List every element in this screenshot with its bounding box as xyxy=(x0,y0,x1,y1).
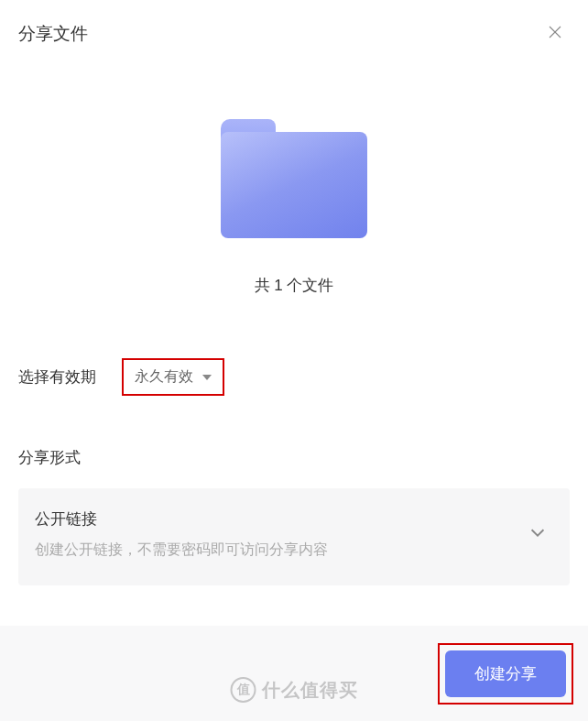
dialog-header: 分享文件 xyxy=(0,0,588,46)
share-mode-option[interactable]: 公开链接 创建公开链接，不需要密码即可访问分享内容 xyxy=(18,488,570,585)
share-mode-desc: 创建公开链接，不需要密码即可访问分享内容 xyxy=(35,541,328,560)
file-count-text: 共 1 个文件 xyxy=(255,275,334,296)
chevron-down-icon xyxy=(528,522,548,546)
file-preview: 共 1 个文件 xyxy=(0,119,588,296)
share-mode-label: 分享形式 xyxy=(18,447,588,468)
share-mode-title: 公开链接 xyxy=(35,508,328,530)
expiry-selected-value: 永久有效 xyxy=(135,367,193,387)
folder-icon xyxy=(221,119,367,238)
expiry-dropdown[interactable]: 永久有效 xyxy=(122,358,224,396)
close-button[interactable] xyxy=(544,23,566,45)
dialog-footer: 创建分享 xyxy=(0,626,588,721)
close-icon xyxy=(547,24,563,44)
create-share-button[interactable]: 创建分享 xyxy=(445,650,566,697)
expiry-label: 选择有效期 xyxy=(18,366,96,388)
dialog-title: 分享文件 xyxy=(18,22,88,46)
expiry-row: 选择有效期 永久有效 xyxy=(18,358,588,396)
create-button-highlight: 创建分享 xyxy=(438,643,573,705)
share-mode-text: 公开链接 创建公开链接，不需要密码即可访问分享内容 xyxy=(35,508,328,560)
caret-down-icon xyxy=(202,375,212,380)
